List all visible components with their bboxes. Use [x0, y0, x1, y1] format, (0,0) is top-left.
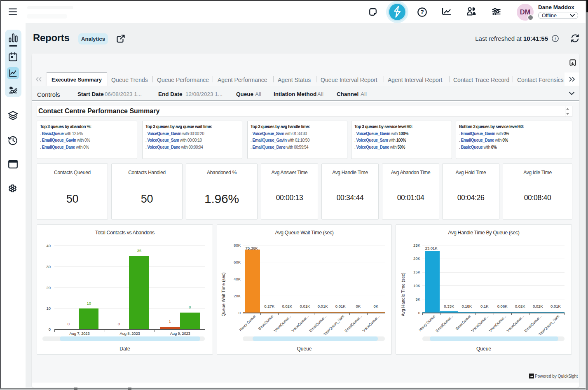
svg-text:?: ? — [420, 9, 424, 15]
svg-text:i: i — [555, 36, 556, 41]
